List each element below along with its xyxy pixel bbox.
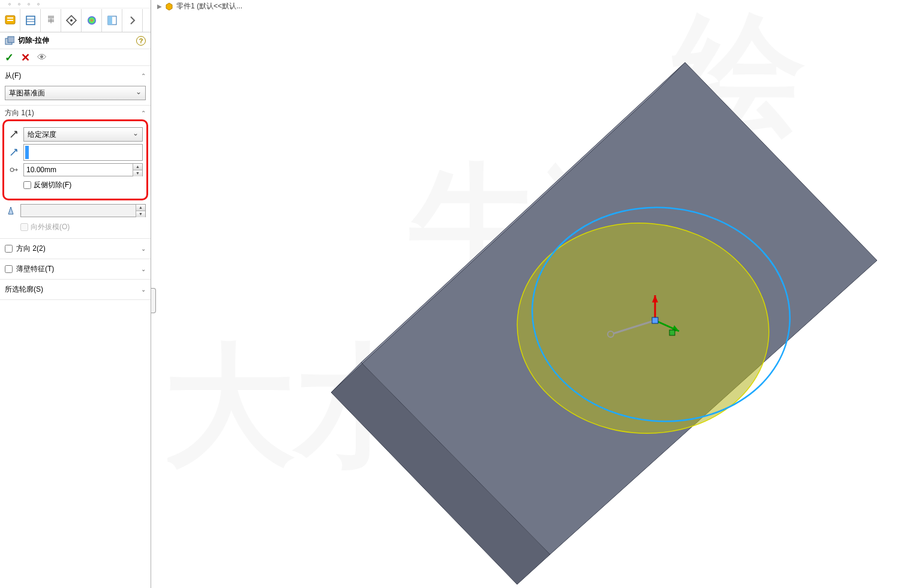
collapse-icon: ⌃ (141, 110, 146, 116)
draft-outward-checkbox-row: 向外拔模(O) (20, 221, 70, 233)
tab-pane-right[interactable] (122, 9, 143, 32)
svg-rect-23 (669, 330, 675, 335)
svg-rect-14 (8, 37, 14, 43)
expand-icon: ⌄ (141, 286, 146, 293)
tab-appearance-manager[interactable] (102, 9, 122, 32)
feature-header: 切除-拉伸 ? (0, 32, 151, 49)
end-condition-value: 给定深度 (28, 130, 56, 140)
svg-point-10 (88, 16, 96, 25)
spin-down[interactable]: ▼ (133, 170, 142, 176)
depth-value: 10.00mm (26, 166, 56, 174)
tab-dim-manager[interactable] (61, 9, 82, 32)
flip-side-checkbox-row[interactable]: 反侧切除(F) (23, 179, 71, 191)
flip-side-checkbox[interactable] (23, 181, 31, 189)
svg-rect-6 (48, 16, 54, 19)
cut-extrude-icon (5, 36, 14, 46)
svg-rect-1 (7, 17, 13, 19)
svg-point-9 (70, 19, 73, 22)
end-condition-dropdown[interactable]: 给定深度 (23, 127, 143, 142)
direction-arrow-icon (8, 148, 20, 157)
direction-reference-input[interactable] (23, 144, 143, 161)
section-contours-header[interactable]: 所选轮廓(S) ⌄ (0, 282, 151, 297)
cancel-button[interactable]: ✕ (21, 51, 30, 64)
section-direction1: 方向 1(1) ⌃ 给定深度 (0, 106, 151, 239)
section-from-header[interactable]: 从(F) ⌃ (0, 68, 151, 83)
section-direction2-header[interactable]: 方向 2(2) ⌄ (0, 241, 151, 256)
flip-side-label: 反侧切除(F) (34, 180, 71, 190)
depth-d1-icon (8, 165, 20, 175)
thin-enable-checkbox[interactable] (5, 265, 13, 273)
svg-rect-12 (108, 16, 112, 25)
spin-up[interactable]: ▲ (136, 205, 145, 211)
model-view (151, 8, 898, 588)
svg-rect-3 (26, 16, 35, 25)
thin-label: 薄壁特征(T) (16, 264, 141, 274)
feature-manager-panel: 切除-拉伸 ? ✓ ✕ 👁 从(F) ⌃ 草图基准面 方向 1(1) ⌃ (0, 0, 151, 588)
direction1-label: 方向 1(1) (5, 108, 141, 118)
section-thin: 薄壁特征(T) ⌄ (0, 259, 151, 280)
panel-mini-row (0, 0, 151, 8)
action-row: ✓ ✕ 👁 (0, 49, 151, 66)
section-direction2: 方向 2(2) ⌄ (0, 239, 151, 259)
tab-display-manager[interactable] (82, 9, 102, 32)
tab-config-manager[interactable] (41, 9, 61, 32)
from-plane-value: 草图基准面 (9, 88, 45, 98)
draft-input[interactable]: ▲ ▼ (20, 204, 146, 217)
preview-eye-icon[interactable]: 👁 (37, 52, 47, 63)
section-from-label: 从(F) (5, 71, 141, 81)
help-icon[interactable]: ? (136, 36, 146, 46)
expand-icon: ⌄ (141, 266, 146, 272)
section-contours: 所选轮廓(S) ⌄ (0, 280, 151, 300)
dot-icon (8, 3, 11, 5)
reverse-dir-icon[interactable] (8, 130, 20, 139)
svg-point-15 (10, 168, 14, 172)
graphics-viewport[interactable]: ▶ 零件1 (默认<<默认... 大水 牛测 绘 (151, 0, 898, 588)
tab-feature-manager[interactable] (0, 9, 20, 32)
spin-up[interactable]: ▲ (133, 164, 142, 170)
tab-property-manager[interactable] (20, 9, 41, 32)
text-caret (25, 146, 29, 159)
depth-input[interactable]: 10.00mm ▲ ▼ (23, 163, 143, 176)
spin-down[interactable]: ▼ (136, 211, 145, 217)
dot-icon (28, 3, 30, 5)
draft-outward-label: 向外拔模(O) (31, 222, 70, 232)
feature-title: 切除-拉伸 (18, 35, 136, 46)
draft-outward-checkbox (20, 223, 28, 231)
section-thin-header[interactable]: 薄壁特征(T) ⌄ (0, 262, 151, 277)
manager-tab-bar (0, 8, 151, 32)
direction2-label: 方向 2(2) (16, 244, 141, 254)
section-from: 从(F) ⌃ 草图基准面 (0, 66, 151, 106)
section-direction1-header[interactable]: 方向 1(1) ⌃ (0, 106, 151, 119)
ok-button[interactable]: ✓ (5, 51, 14, 64)
highlighted-region: 给定深度 10.00mm ▲ ▼ (2, 119, 148, 200)
svg-rect-2 (7, 20, 13, 21)
from-plane-dropdown[interactable]: 草图基准面 (5, 86, 146, 100)
dot-icon (18, 3, 20, 5)
dot-icon (37, 3, 40, 5)
collapse-icon: ⌃ (141, 73, 146, 79)
svg-rect-22 (652, 317, 658, 323)
expand-icon: ⌄ (141, 245, 146, 252)
contours-label: 所选轮廓(S) (5, 284, 141, 295)
direction2-enable-checkbox[interactable] (5, 245, 13, 253)
draft-icon[interactable] (5, 206, 17, 215)
